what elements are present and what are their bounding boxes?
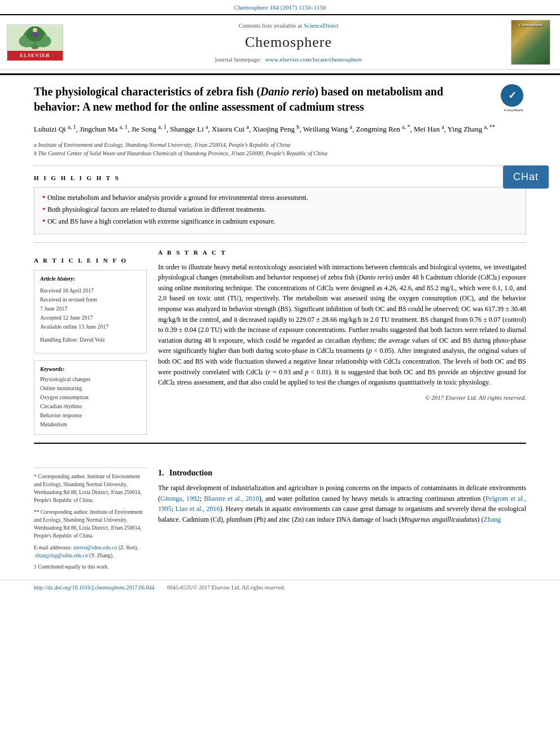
article-history-title: Article history: — [40, 275, 141, 283]
email1-person: (Z. Ren), — [119, 545, 138, 551]
footnote-box: * Corresponding author. Institute of Env… — [34, 468, 147, 571]
homepage-line: journal homepage: www.elsevier.com/locat… — [215, 55, 362, 64]
revised-date: 7 June 2017 — [40, 304, 141, 313]
intro-section: * Corresponding author. Institute of Env… — [0, 468, 560, 575]
footnote-star-text: * Corresponding author. Institute of Env… — [34, 474, 142, 504]
copyright-line: © 2017 Elsevier Ltd. All rights reserved… — [158, 394, 526, 402]
chat-button-label: CHat — [513, 171, 539, 182]
intro-title: 1. Introduction — [158, 468, 526, 479]
left-column: A R T I C L E I N F O Article history: R… — [34, 248, 147, 434]
elsevier-tree-svg — [7, 25, 63, 51]
keyword-4: Circadian rhythms — [40, 403, 141, 410]
intro-right: 1. Introduction The rapid development of… — [158, 468, 526, 575]
article-info-box: Article history: Received 18 April 2017 … — [34, 270, 147, 353]
abstract-label: A B S T R A C T — [158, 248, 526, 257]
doi-link[interactable]: http://dx.doi.org/10.1016/j.chemosphere.… — [34, 584, 154, 591]
footnote-email: E-mail addresses: zmren@sdnu.edu.cn (Z. … — [34, 544, 147, 560]
online-date: Available online 13 June 2017 — [40, 322, 141, 331]
keyword-5: Behavior response — [40, 412, 141, 420]
divider-1 — [34, 165, 526, 166]
intro-num: 1. — [158, 469, 164, 477]
affiliations: a Institute of Environment and Ecology, … — [34, 141, 526, 158]
journal-cover-area: Chemosphere — [508, 20, 553, 65]
sciencedirect-link[interactable]: ScienceDirect — [304, 22, 339, 29]
highlight-text-1: Online metabolism and behavior analysis … — [47, 193, 308, 203]
main-content: The physiological characteristics of zeb… — [0, 73, 560, 458]
keywords-box: Keywords: Physiological changes Online m… — [34, 360, 147, 435]
email-label: E-mail addresses: — [34, 545, 72, 551]
article-dates: Received 18 April 2017 Received in revis… — [40, 286, 141, 331]
journal-ref-text: Chemosphere 184 (2017) 1150–1156 — [234, 4, 326, 11]
handling-editor: Handling Editor: David Volz — [40, 336, 141, 344]
elsevier-brand-text: ELSEVIER — [7, 51, 63, 60]
ref-zhang[interactable]: Zhang — [484, 516, 501, 523]
keyword-6: Metabolism — [40, 421, 141, 429]
footnote-star2-text: ** Corresponding author. Institute of En… — [34, 509, 143, 539]
article-info-label: A R T I C L E I N F O — [34, 256, 147, 265]
thick-divider — [34, 443, 526, 444]
highlight-item-3: • OC and BS have a high correlation with… — [42, 217, 518, 226]
keywords-title: Keywords: — [40, 365, 141, 373]
intro-two-col: * Corresponding author. Institute of Env… — [34, 468, 526, 575]
article-title: The physiological characteristics of zeb… — [34, 84, 526, 115]
footnote-star: * Corresponding author. Institute of Env… — [34, 473, 147, 505]
footnote-star2: ** Corresponding author. Institute of En… — [34, 508, 147, 540]
affil-a: a Institute of Environment and Ecology, … — [34, 141, 526, 149]
email2-person: (Y. Zhang). — [89, 553, 113, 558]
bullet-1: • — [42, 193, 45, 203]
keyword-2: Online monitoring — [40, 385, 141, 392]
crossmark-label: CrossMark — [501, 108, 526, 113]
title-italic: Danio rerio — [260, 85, 314, 98]
ref-bhamre[interactable]: Bhamre et al., 2010 — [204, 495, 259, 503]
elsevier-logo: ELSEVIER — [7, 24, 63, 61]
elsevier-logo-area: ELSEVIER — [7, 20, 69, 65]
abstract-text: In order to illustrate heavy metal ecoto… — [158, 262, 526, 388]
issn-text: 0045-6535/© 2017 Elsevier Ltd. All right… — [167, 584, 285, 591]
right-column: A B S T R A C T In order to illustrate h… — [158, 248, 526, 434]
journal-title-area: Contents lists available at ScienceDirec… — [75, 20, 502, 65]
journal-name: Chemosphere — [245, 32, 332, 53]
divider-2 — [34, 242, 526, 243]
ref-liao[interactable]: Liao et al., 2016 — [176, 505, 220, 513]
chat-button[interactable]: CHat — [503, 165, 549, 189]
email1-link[interactable]: zmren@sdnu.edu.cn — [73, 545, 117, 551]
footnote-contributed: 1 Contributed equally to this work. — [34, 563, 147, 571]
email2-link[interactable]: zhangying@sdnu.edu.cn — [35, 553, 88, 558]
keyword-3: Oxygen consumption — [40, 394, 141, 401]
sciencedirect-line: Contents lists available at ScienceDirec… — [238, 21, 338, 30]
journal-header: ELSEVIER Contents lists available at Sci… — [0, 14, 560, 70]
highlight-item-2: • Both physiological factors are related… — [42, 205, 518, 215]
title-text-part1: The physiological characteristics of zeb… — [34, 85, 443, 113]
ref-gitonga[interactable]: Gitonga, 1992 — [160, 495, 200, 503]
highlights-label: H I G H L I G H T S — [34, 174, 526, 182]
keyword-1: Physiological changes — [40, 375, 141, 383]
journal-cover-thumbnail: Chemosphere — [511, 20, 550, 65]
homepage-label: journal homepage: — [215, 56, 261, 63]
contributed-text: 1 Contributed equally to this work. — [34, 564, 109, 570]
received-revised-label: Received in revised form — [40, 295, 141, 304]
accepted-date: Accepted 12 June 2017 — [40, 313, 141, 322]
highlight-text-3: OC and BS have a high correlation with e… — [47, 217, 275, 226]
authors-line: Luhuizi Qi a, 1, Jingchun Ma a, 1, Jie S… — [34, 123, 526, 136]
cover-title-text: Chemosphere — [519, 23, 542, 28]
bullet-2: • — [42, 205, 45, 215]
contents-list-text: Contents lists available at — [238, 22, 302, 29]
top-journal-ref: Chemosphere 184 (2017) 1150–1156 — [0, 0, 560, 14]
highlight-text-2: Both physiological factors are related t… — [47, 205, 266, 215]
affil-b: b The Control Center of Solid Waste and … — [34, 149, 526, 158]
intro-title-text: Introduction — [169, 469, 212, 477]
crossmark-badge[interactable]: ✓ CrossMark — [501, 84, 526, 110]
intro-footnotes: * Corresponding author. Institute of Env… — [34, 468, 147, 575]
intro-paragraph: The rapid development of industrializati… — [158, 483, 526, 525]
highlights-box: • Online metabolism and behavior analysi… — [34, 187, 526, 234]
bullet-3: • — [42, 217, 45, 226]
two-col-layout: A R T I C L E I N F O Article history: R… — [34, 248, 526, 434]
highlight-item-1: • Online metabolism and behavior analysi… — [42, 193, 518, 203]
received-date: Received 18 April 2017 — [40, 286, 141, 295]
svg-rect-7 — [33, 33, 37, 37]
bottom-bar: http://dx.doi.org/10.1016/j.chemosphere.… — [0, 580, 560, 595]
crossmark-icon: ✓ — [501, 84, 523, 107]
svg-point-6 — [33, 28, 37, 33]
homepage-link[interactable]: www.elsevier.com/locate/chemosphere — [265, 56, 362, 63]
